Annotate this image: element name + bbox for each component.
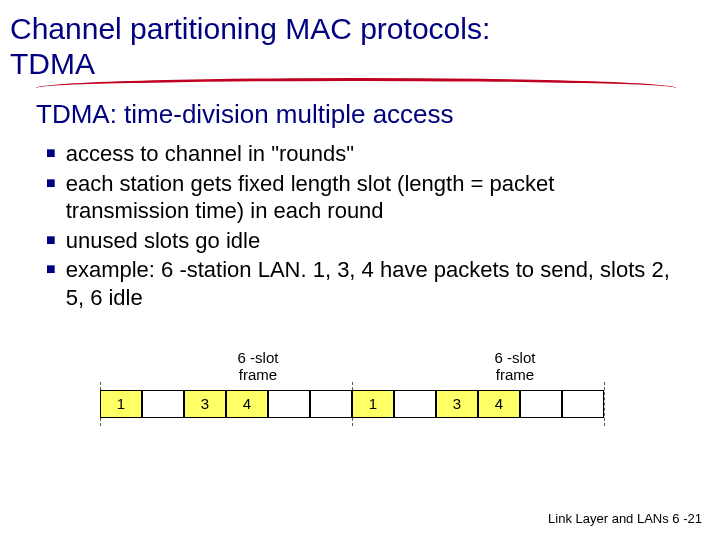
slot-4a: 4 (226, 390, 268, 418)
slot-2b (394, 390, 436, 418)
frame-label-2: 6 -slot frame (485, 350, 545, 383)
bullet-square-icon: ■ (46, 260, 56, 278)
bullet-text: each station gets fixed length slot (len… (66, 170, 680, 225)
bullet-text: example: 6 -station LAN. 1, 3, 4 have pa… (66, 256, 680, 311)
bullet-square-icon: ■ (46, 231, 56, 249)
title-line-2: TDMA (10, 47, 95, 80)
slot-4b: 4 (478, 390, 520, 418)
bullet-square-icon: ■ (46, 174, 56, 192)
title-line-1: Channel partitioning MAC protocols: (10, 12, 490, 45)
slide-subtitle: TDMA: time-division multiple access (0, 81, 720, 140)
slot-3a: 3 (184, 390, 226, 418)
slot-1b: 1 (352, 390, 394, 418)
bullet-list: ■ access to channel in "rounds" ■ each s… (0, 140, 720, 311)
slot-5a (268, 390, 310, 418)
slot-1a: 1 (100, 390, 142, 418)
bullet-text: access to channel in "rounds" (66, 140, 354, 168)
bullet-item: ■ unused slots go idle (46, 227, 680, 255)
slide-title: Channel partitioning MAC protocols: TDMA (0, 0, 720, 81)
slot-6a (310, 390, 352, 418)
slot-3b: 3 (436, 390, 478, 418)
frame-tick (604, 382, 605, 426)
bullet-item: ■ access to channel in "rounds" (46, 140, 680, 168)
slot-2a (142, 390, 184, 418)
frame-label-1: 6 -slot frame (228, 350, 288, 383)
slot-5b (520, 390, 562, 418)
bullet-item: ■ each station gets fixed length slot (l… (46, 170, 680, 225)
slot-6b (562, 390, 604, 418)
bullet-item: ■ example: 6 -station LAN. 1, 3, 4 have … (46, 256, 680, 311)
slide-footer: Link Layer and LANs 6 -21 (548, 511, 702, 526)
bullet-square-icon: ■ (46, 144, 56, 162)
bullet-text: unused slots go idle (66, 227, 260, 255)
slot-row: 1 3 4 1 3 4 (100, 390, 604, 418)
